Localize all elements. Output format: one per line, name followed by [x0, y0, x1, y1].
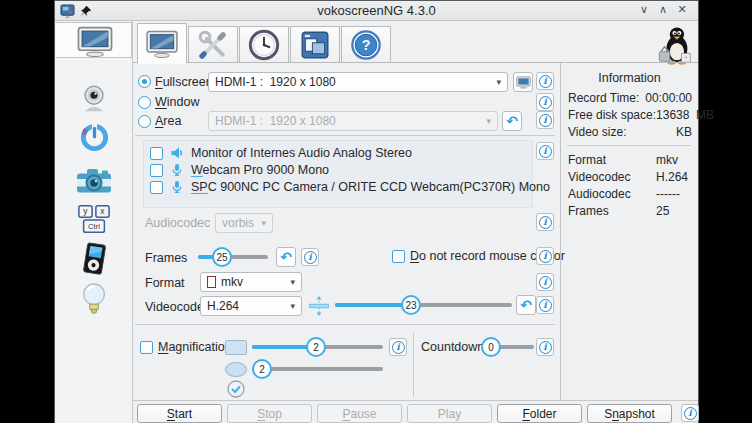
- help-icon: ?: [350, 29, 382, 61]
- close-button[interactable]: ✕: [675, 3, 689, 19]
- area-label: Area: [155, 114, 181, 128]
- audio-info-button[interactable]: i: [536, 142, 554, 160]
- videocodec-info-button[interactable]: i: [536, 296, 554, 314]
- sidebar-item-power[interactable]: [55, 121, 133, 154]
- fullscreen-info-button[interactable]: i: [536, 72, 554, 90]
- play-button: Play: [407, 404, 492, 423]
- format-select[interactable]: mkv ▾: [200, 272, 302, 292]
- magnifier-shape-rect-swatch[interactable]: [225, 340, 247, 355]
- undo-icon: ↶: [280, 250, 292, 264]
- setting-row: Frames 25: [568, 204, 692, 221]
- actionbar-info-button[interactable]: i: [681, 404, 699, 422]
- magnifier-shape-ellipse-swatch[interactable]: [225, 362, 247, 377]
- audiocodec-info-button[interactable]: i: [536, 213, 554, 231]
- stat-value: 00:00:00: [645, 91, 692, 108]
- frames-reset-button[interactable]: ↶: [276, 247, 296, 267]
- title-bar[interactable]: vokoscreenNG 4.3.0 ∨ ∧ ✕: [55, 1, 698, 21]
- tab-windows[interactable]: [290, 26, 340, 63]
- fullscreen-display-select[interactable]: HDMI-1 : 1920 x 1080 ▾: [208, 72, 508, 92]
- media-player-icon: [77, 241, 111, 277]
- countdown-label: Countdown: [421, 340, 484, 354]
- format-info-button[interactable]: i: [536, 273, 554, 291]
- audio-device-list[interactable]: Monitor of Internes Audio Analog Stereo …: [143, 140, 533, 208]
- tab-screen[interactable]: [137, 23, 187, 64]
- info-icon: i: [539, 216, 552, 229]
- videocodec-select[interactable]: H.264 ▾: [200, 296, 302, 316]
- fullscreen-radio[interactable]: [138, 75, 151, 88]
- sidebar-item-screen[interactable]: [56, 22, 132, 58]
- magnifier-apply-check[interactable]: [227, 380, 245, 402]
- section-divider: [135, 135, 555, 136]
- sidebar-item-tips[interactable]: [55, 281, 133, 317]
- display-select-button[interactable]: [513, 72, 533, 92]
- power-icon: [78, 121, 111, 154]
- stop-button: Stop: [227, 404, 312, 423]
- quality-reset-button[interactable]: ↶: [516, 295, 536, 315]
- stat-row: Video size: KB: [568, 125, 692, 142]
- countdown-info-button[interactable]: i: [536, 338, 554, 356]
- speaker-icon: [170, 146, 184, 160]
- tab-timer[interactable]: [239, 26, 289, 63]
- magnification-info-button[interactable]: i: [389, 338, 407, 356]
- info-icon: i: [304, 251, 317, 264]
- setting-row: Audiocodec ------: [568, 187, 692, 204]
- frames-info-button[interactable]: i: [301, 248, 319, 266]
- area-reset-button[interactable]: ↶: [502, 111, 522, 131]
- sidebar-item-shortcuts[interactable]: yxCtrl: [55, 203, 133, 237]
- quality-slider[interactable]: 23: [335, 294, 512, 316]
- audio-device-label: Webcam Pro 9000 Mono: [191, 163, 329, 177]
- snapshot-button[interactable]: Snapshot: [587, 404, 672, 423]
- frames-slider[interactable]: 25: [198, 246, 268, 268]
- window-radio[interactable]: [138, 96, 151, 109]
- audio-device-row[interactable]: SPC 900NC PC Camera / ORITE CCD Webcam(P…: [150, 179, 550, 195]
- countdown-slider-handle[interactable]: 0: [481, 337, 501, 357]
- area-radio[interactable]: [138, 115, 151, 128]
- maximize-button[interactable]: ∧: [656, 3, 670, 19]
- frames-slider-handle[interactable]: 25: [212, 247, 232, 267]
- check-circle-icon: [227, 380, 245, 398]
- format-label: Format: [145, 276, 185, 290]
- setting-value: H.264: [656, 170, 688, 187]
- magnifier-zoom-slider-handle[interactable]: 2: [252, 359, 272, 379]
- info-icon: i: [539, 250, 552, 263]
- setting-label: Format: [568, 153, 656, 170]
- audio-device-row[interactable]: Monitor of Internes Audio Analog Stereo: [150, 145, 412, 161]
- countdown-slider[interactable]: 0: [484, 336, 534, 358]
- audio-device-checkbox[interactable]: [150, 164, 163, 177]
- quality-slider-handle[interactable]: 23: [401, 295, 421, 315]
- audiocodec-select: vorbis ▾: [215, 213, 273, 233]
- tab-settings[interactable]: [188, 26, 238, 63]
- tab-pane-border: [133, 62, 698, 63]
- sidebar-item-camera[interactable]: [55, 166, 133, 198]
- magnification-checkbox[interactable]: [140, 341, 153, 354]
- tab-help[interactable]: ?: [341, 26, 391, 63]
- folder-button[interactable]: Folder: [497, 404, 582, 423]
- audio-device-checkbox[interactable]: [150, 147, 163, 160]
- sidebar: yxCtrl: [55, 21, 133, 423]
- info-icon: i: [539, 75, 552, 88]
- chevron-down-icon: ▾: [261, 218, 266, 228]
- magnifier-size-slider-handle[interactable]: 2: [306, 337, 326, 357]
- window-title: vokoscreenNG 4.3.0: [55, 3, 698, 18]
- audio-device-label: SPC 900NC PC Camera / ORITE CCD Webcam(P…: [191, 180, 550, 194]
- magnifier-size-slider[interactable]: 2: [252, 336, 383, 358]
- webcam-icon: [78, 83, 110, 115]
- window-label: Window: [155, 95, 199, 109]
- cursor-info-button[interactable]: i: [536, 247, 554, 265]
- stat-label: Free disk space:: [568, 108, 656, 125]
- minimize-button[interactable]: ∨: [637, 3, 651, 19]
- window-info-button[interactable]: i: [536, 93, 554, 111]
- start-button[interactable]: Start: [137, 404, 222, 423]
- sidebar-item-webcam[interactable]: [55, 83, 133, 115]
- screen-icon: [516, 76, 531, 89]
- undo-icon: ↶: [520, 298, 532, 312]
- magnifier-zoom-slider[interactable]: 2: [252, 358, 383, 380]
- setting-label: Audiocodec: [568, 187, 656, 204]
- sidebar-item-player[interactable]: [55, 241, 133, 277]
- file-type-icon: [207, 276, 216, 288]
- area-info-button[interactable]: i: [536, 111, 554, 129]
- cursor-checkbox[interactable]: [392, 250, 405, 263]
- chevron-down-icon: ▾: [290, 277, 295, 287]
- audio-device-checkbox[interactable]: [150, 181, 163, 194]
- audio-device-row[interactable]: Webcam Pro 9000 Mono: [150, 162, 329, 178]
